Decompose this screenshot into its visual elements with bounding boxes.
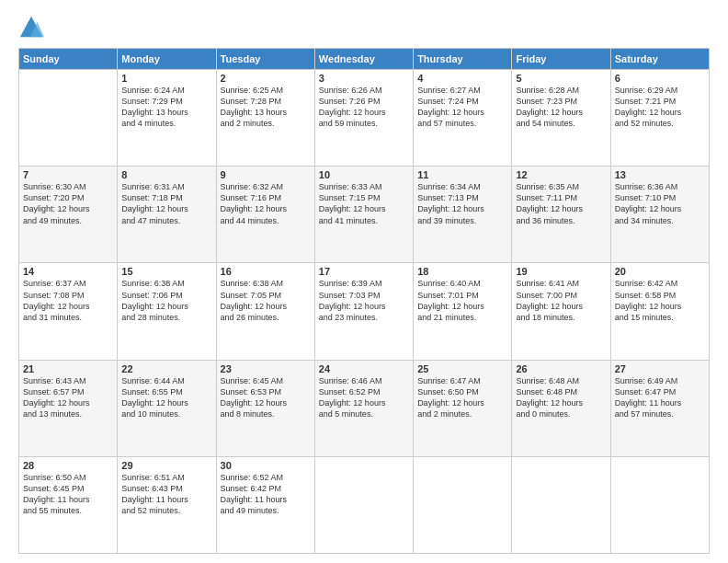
day-info: Sunrise: 6:32 AM Sunset: 7:16 PM Dayligh… — [221, 181, 311, 226]
calendar-cell — [610, 456, 709, 553]
day-number: 16 — [221, 266, 311, 277]
day-number: 1 — [121, 73, 211, 84]
day-number: 10 — [319, 169, 409, 180]
day-number: 9 — [221, 169, 311, 180]
calendar-cell: 21Sunrise: 6:43 AM Sunset: 6:57 PM Dayli… — [19, 360, 118, 456]
day-info: Sunrise: 6:38 AM Sunset: 7:05 PM Dayligh… — [221, 278, 311, 323]
day-info: Sunrise: 6:41 AM Sunset: 7:00 PM Dayligh… — [516, 278, 606, 323]
day-info: Sunrise: 6:44 AM Sunset: 6:55 PM Dayligh… — [121, 375, 211, 420]
calendar-cell: 9Sunrise: 6:32 AM Sunset: 7:16 PM Daylig… — [216, 167, 314, 263]
calendar-cell: 1Sunrise: 6:24 AM Sunset: 7:29 PM Daylig… — [118, 70, 216, 167]
calendar-cell: 25Sunrise: 6:47 AM Sunset: 6:50 PM Dayli… — [414, 360, 512, 456]
day-info: Sunrise: 6:52 AM Sunset: 6:42 PM Dayligh… — [221, 472, 311, 517]
day-info: Sunrise: 6:47 AM Sunset: 6:50 PM Dayligh… — [417, 375, 507, 420]
col-header-tuesday: Tuesday — [216, 49, 314, 70]
day-info: Sunrise: 6:46 AM Sunset: 6:52 PM Dayligh… — [319, 375, 409, 420]
day-info: Sunrise: 6:42 AM Sunset: 6:58 PM Dayligh… — [615, 278, 705, 323]
col-header-wednesday: Wednesday — [314, 49, 413, 70]
logo-icon — [18, 15, 44, 40]
calendar-cell: 4Sunrise: 6:27 AM Sunset: 7:24 PM Daylig… — [414, 70, 512, 167]
calendar-cell — [512, 456, 610, 553]
day-number: 24 — [319, 363, 409, 374]
calendar-cell: 11Sunrise: 6:34 AM Sunset: 7:13 PM Dayli… — [414, 167, 512, 263]
header — [18, 15, 710, 40]
calendar-cell: 24Sunrise: 6:46 AM Sunset: 6:52 PM Dayli… — [314, 360, 413, 456]
day-number: 19 — [516, 266, 606, 277]
calendar-cell: 22Sunrise: 6:44 AM Sunset: 6:55 PM Dayli… — [118, 360, 216, 456]
calendar-cell — [19, 70, 118, 167]
day-number: 22 — [121, 363, 211, 374]
calendar-cell: 6Sunrise: 6:29 AM Sunset: 7:21 PM Daylig… — [610, 70, 709, 167]
day-number: 8 — [121, 169, 211, 180]
day-number: 3 — [319, 73, 409, 84]
day-info: Sunrise: 6:51 AM Sunset: 6:43 PM Dayligh… — [121, 472, 211, 517]
day-number: 4 — [417, 73, 507, 84]
day-info: Sunrise: 6:36 AM Sunset: 7:10 PM Dayligh… — [615, 181, 705, 226]
calendar-cell: 14Sunrise: 6:37 AM Sunset: 7:08 PM Dayli… — [19, 263, 118, 360]
day-info: Sunrise: 6:38 AM Sunset: 7:06 PM Dayligh… — [121, 278, 211, 323]
day-number: 28 — [23, 460, 113, 471]
day-info: Sunrise: 6:39 AM Sunset: 7:03 PM Dayligh… — [319, 278, 409, 323]
day-info: Sunrise: 6:31 AM Sunset: 7:18 PM Dayligh… — [121, 181, 211, 226]
day-info: Sunrise: 6:28 AM Sunset: 7:23 PM Dayligh… — [516, 85, 606, 130]
calendar-cell: 13Sunrise: 6:36 AM Sunset: 7:10 PM Dayli… — [610, 167, 709, 263]
calendar-cell: 3Sunrise: 6:26 AM Sunset: 7:26 PM Daylig… — [314, 70, 413, 167]
day-number: 26 — [516, 363, 606, 374]
day-info: Sunrise: 6:25 AM Sunset: 7:28 PM Dayligh… — [221, 85, 311, 130]
day-number: 25 — [417, 363, 507, 374]
calendar-cell: 19Sunrise: 6:41 AM Sunset: 7:00 PM Dayli… — [512, 263, 610, 360]
day-number: 5 — [516, 73, 606, 84]
day-number: 27 — [615, 363, 705, 374]
day-info: Sunrise: 6:26 AM Sunset: 7:26 PM Dayligh… — [319, 85, 409, 130]
day-info: Sunrise: 6:33 AM Sunset: 7:15 PM Dayligh… — [319, 181, 409, 226]
calendar-week-row: 21Sunrise: 6:43 AM Sunset: 6:57 PM Dayli… — [19, 360, 710, 456]
calendar-cell: 23Sunrise: 6:45 AM Sunset: 6:53 PM Dayli… — [216, 360, 314, 456]
col-header-saturday: Saturday — [610, 49, 709, 70]
day-info: Sunrise: 6:50 AM Sunset: 6:45 PM Dayligh… — [23, 472, 113, 517]
calendar-cell: 20Sunrise: 6:42 AM Sunset: 6:58 PM Dayli… — [610, 263, 709, 360]
day-number: 14 — [23, 266, 113, 277]
day-number: 30 — [221, 460, 311, 471]
day-info: Sunrise: 6:27 AM Sunset: 7:24 PM Dayligh… — [417, 85, 507, 130]
col-header-monday: Monday — [118, 49, 216, 70]
day-number: 20 — [615, 266, 705, 277]
day-number: 18 — [417, 266, 507, 277]
day-info: Sunrise: 6:29 AM Sunset: 7:21 PM Dayligh… — [615, 85, 705, 130]
calendar-cell: 15Sunrise: 6:38 AM Sunset: 7:06 PM Dayli… — [118, 263, 216, 360]
day-info: Sunrise: 6:43 AM Sunset: 6:57 PM Dayligh… — [23, 375, 113, 420]
calendar-week-row: 1Sunrise: 6:24 AM Sunset: 7:29 PM Daylig… — [19, 70, 710, 167]
day-info: Sunrise: 6:30 AM Sunset: 7:20 PM Dayligh… — [23, 181, 113, 226]
day-info: Sunrise: 6:48 AM Sunset: 6:48 PM Dayligh… — [516, 375, 606, 420]
day-info: Sunrise: 6:45 AM Sunset: 6:53 PM Dayligh… — [221, 375, 311, 420]
col-header-thursday: Thursday — [414, 49, 512, 70]
calendar-table: SundayMondayTuesdayWednesdayThursdayFrid… — [18, 48, 710, 554]
day-number: 11 — [417, 169, 507, 180]
calendar-cell: 17Sunrise: 6:39 AM Sunset: 7:03 PM Dayli… — [314, 263, 413, 360]
page: SundayMondayTuesdayWednesdayThursdayFrid… — [0, 0, 728, 563]
calendar-cell: 28Sunrise: 6:50 AM Sunset: 6:45 PM Dayli… — [19, 456, 118, 553]
calendar-cell: 10Sunrise: 6:33 AM Sunset: 7:15 PM Dayli… — [314, 167, 413, 263]
calendar-cell — [414, 456, 512, 553]
calendar-week-row: 28Sunrise: 6:50 AM Sunset: 6:45 PM Dayli… — [19, 456, 710, 553]
day-info: Sunrise: 6:24 AM Sunset: 7:29 PM Dayligh… — [121, 85, 211, 130]
calendar-cell — [314, 456, 413, 553]
calendar-week-row: 14Sunrise: 6:37 AM Sunset: 7:08 PM Dayli… — [19, 263, 710, 360]
day-number: 2 — [221, 73, 311, 84]
calendar-cell: 18Sunrise: 6:40 AM Sunset: 7:01 PM Dayli… — [414, 263, 512, 360]
calendar-cell: 26Sunrise: 6:48 AM Sunset: 6:48 PM Dayli… — [512, 360, 610, 456]
calendar-cell: 16Sunrise: 6:38 AM Sunset: 7:05 PM Dayli… — [216, 263, 314, 360]
calendar-cell: 27Sunrise: 6:49 AM Sunset: 6:47 PM Dayli… — [610, 360, 709, 456]
day-number: 15 — [121, 266, 211, 277]
calendar-cell: 8Sunrise: 6:31 AM Sunset: 7:18 PM Daylig… — [118, 167, 216, 263]
day-info: Sunrise: 6:49 AM Sunset: 6:47 PM Dayligh… — [615, 375, 705, 420]
calendar-cell: 5Sunrise: 6:28 AM Sunset: 7:23 PM Daylig… — [512, 70, 610, 167]
day-number: 12 — [516, 169, 606, 180]
day-number: 21 — [23, 363, 113, 374]
calendar-cell: 12Sunrise: 6:35 AM Sunset: 7:11 PM Dayli… — [512, 167, 610, 263]
day-info: Sunrise: 6:35 AM Sunset: 7:11 PM Dayligh… — [516, 181, 606, 226]
calendar-header-row: SundayMondayTuesdayWednesdayThursdayFrid… — [19, 49, 710, 70]
day-info: Sunrise: 6:40 AM Sunset: 7:01 PM Dayligh… — [417, 278, 507, 323]
day-number: 29 — [121, 460, 211, 471]
day-number: 6 — [615, 73, 705, 84]
col-header-sunday: Sunday — [19, 49, 118, 70]
